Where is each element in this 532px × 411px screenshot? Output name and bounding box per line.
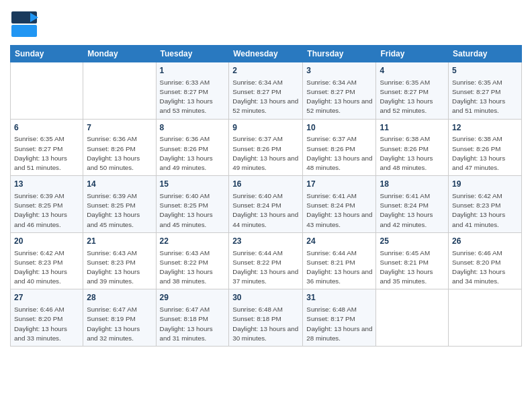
- day-number: 21: [87, 236, 152, 247]
- calendar-cell: 12Sunrise: 6:38 AM Sunset: 8:26 PM Dayli…: [449, 119, 522, 176]
- day-number: 13: [14, 179, 79, 190]
- page-header: [10, 7, 522, 40]
- calendar-cell: 24Sunrise: 6:44 AM Sunset: 8:21 PM Dayli…: [303, 232, 376, 289]
- cell-info: Sunrise: 6:33 AM Sunset: 8:27 PM Dayligh…: [160, 78, 226, 116]
- cell-info: Sunrise: 6:48 AM Sunset: 8:17 PM Dayligh…: [306, 305, 372, 343]
- calendar-cell: 19Sunrise: 6:42 AM Sunset: 8:23 PM Dayli…: [449, 176, 522, 233]
- day-number: 1: [160, 65, 226, 77]
- calendar-cell: 2Sunrise: 6:34 AM Sunset: 8:27 PM Daylig…: [229, 62, 303, 120]
- cell-info: Sunrise: 6:39 AM Sunset: 8:25 PM Dayligh…: [14, 191, 79, 230]
- weekday-header-row: SundayMondayTuesdayWednesdayThursdayFrid…: [11, 46, 522, 62]
- day-number: 16: [232, 179, 299, 190]
- calendar-cell: 30Sunrise: 6:48 AM Sunset: 8:18 PM Dayli…: [229, 289, 303, 347]
- calendar-cell: 28Sunrise: 6:47 AM Sunset: 8:19 PM Dayli…: [83, 289, 156, 347]
- day-number: 29: [160, 292, 226, 304]
- cell-info: Sunrise: 6:41 AM Sunset: 8:24 PM Dayligh…: [306, 191, 372, 230]
- cell-info: Sunrise: 6:47 AM Sunset: 8:19 PM Dayligh…: [87, 305, 152, 343]
- calendar-cell: [83, 62, 156, 120]
- cell-info: Sunrise: 6:37 AM Sunset: 8:26 PM Dayligh…: [306, 134, 372, 173]
- cell-info: Sunrise: 6:36 AM Sunset: 8:26 PM Dayligh…: [87, 134, 152, 173]
- calendar-cell: [11, 62, 83, 120]
- day-number: 20: [14, 236, 79, 247]
- calendar-cell: 14Sunrise: 6:39 AM Sunset: 8:25 PM Dayli…: [83, 176, 156, 233]
- calendar-cell: 15Sunrise: 6:40 AM Sunset: 8:25 PM Dayli…: [156, 176, 229, 233]
- calendar-cell: 20Sunrise: 6:42 AM Sunset: 8:23 PM Dayli…: [11, 232, 83, 289]
- cell-info: Sunrise: 6:43 AM Sunset: 8:22 PM Dayligh…: [160, 248, 226, 287]
- day-number: 2: [232, 65, 299, 77]
- day-number: 8: [160, 122, 226, 134]
- calendar-cell: 13Sunrise: 6:39 AM Sunset: 8:25 PM Dayli…: [11, 176, 83, 233]
- calendar-cell: 6Sunrise: 6:35 AM Sunset: 8:27 PM Daylig…: [11, 119, 83, 176]
- day-number: 14: [87, 179, 152, 190]
- day-number: 4: [380, 65, 445, 77]
- logo: [10, 10, 41, 40]
- day-number: 30: [232, 292, 299, 304]
- calendar-cell: 17Sunrise: 6:41 AM Sunset: 8:24 PM Dayli…: [303, 176, 376, 233]
- day-number: 11: [380, 122, 445, 134]
- day-number: 5: [452, 65, 518, 77]
- week-row-5: 27Sunrise: 6:46 AM Sunset: 8:20 PM Dayli…: [11, 289, 522, 347]
- calendar-cell: 16Sunrise: 6:40 AM Sunset: 8:24 PM Dayli…: [229, 176, 303, 233]
- day-number: 10: [306, 122, 372, 134]
- calendar-cell: 4Sunrise: 6:35 AM Sunset: 8:27 PM Daylig…: [376, 62, 449, 120]
- day-number: 24: [306, 236, 372, 247]
- calendar-cell: 26Sunrise: 6:46 AM Sunset: 8:20 PM Dayli…: [449, 232, 522, 289]
- weekday-header-saturday: Saturday: [449, 46, 522, 62]
- calendar-cell: 1Sunrise: 6:33 AM Sunset: 8:27 PM Daylig…: [156, 62, 229, 120]
- day-number: 12: [452, 122, 518, 134]
- day-number: 27: [14, 292, 79, 304]
- day-number: 18: [380, 179, 445, 190]
- cell-info: Sunrise: 6:35 AM Sunset: 8:27 PM Dayligh…: [452, 78, 518, 116]
- calendar-cell: 27Sunrise: 6:46 AM Sunset: 8:20 PM Dayli…: [11, 289, 83, 347]
- day-number: 26: [452, 236, 518, 247]
- week-row-4: 20Sunrise: 6:42 AM Sunset: 8:23 PM Dayli…: [11, 232, 522, 289]
- cell-info: Sunrise: 6:37 AM Sunset: 8:26 PM Dayligh…: [232, 134, 299, 173]
- calendar-cell: 10Sunrise: 6:37 AM Sunset: 8:26 PM Dayli…: [303, 119, 376, 176]
- cell-info: Sunrise: 6:44 AM Sunset: 8:21 PM Dayligh…: [306, 248, 372, 287]
- cell-info: Sunrise: 6:40 AM Sunset: 8:24 PM Dayligh…: [232, 191, 299, 230]
- cell-info: Sunrise: 6:38 AM Sunset: 8:26 PM Dayligh…: [380, 134, 445, 173]
- cell-info: Sunrise: 6:45 AM Sunset: 8:21 PM Dayligh…: [380, 248, 445, 287]
- day-number: 15: [160, 179, 226, 190]
- weekday-header-tuesday: Tuesday: [156, 46, 229, 62]
- calendar-cell: 11Sunrise: 6:38 AM Sunset: 8:26 PM Dayli…: [376, 119, 449, 176]
- calendar-cell: 22Sunrise: 6:43 AM Sunset: 8:22 PM Dayli…: [156, 232, 229, 289]
- calendar-cell: 5Sunrise: 6:35 AM Sunset: 8:27 PM Daylig…: [449, 62, 522, 120]
- day-number: 17: [306, 179, 372, 190]
- cell-info: Sunrise: 6:39 AM Sunset: 8:25 PM Dayligh…: [87, 191, 152, 230]
- calendar-cell: 3Sunrise: 6:34 AM Sunset: 8:27 PM Daylig…: [303, 62, 376, 120]
- day-number: 3: [306, 65, 372, 77]
- cell-info: Sunrise: 6:44 AM Sunset: 8:22 PM Dayligh…: [232, 248, 299, 287]
- cell-info: Sunrise: 6:48 AM Sunset: 8:18 PM Dayligh…: [232, 305, 299, 343]
- weekday-header-sunday: Sunday: [11, 46, 83, 62]
- day-number: 19: [452, 179, 518, 190]
- cell-info: Sunrise: 6:41 AM Sunset: 8:24 PM Dayligh…: [380, 191, 445, 230]
- day-number: 7: [87, 122, 152, 134]
- day-number: 31: [306, 292, 372, 304]
- cell-info: Sunrise: 6:47 AM Sunset: 8:18 PM Dayligh…: [160, 305, 226, 343]
- day-number: 9: [232, 122, 299, 134]
- week-row-1: 1Sunrise: 6:33 AM Sunset: 8:27 PM Daylig…: [11, 62, 522, 120]
- svg-rect-2: [11, 25, 37, 37]
- weekday-header-thursday: Thursday: [303, 46, 376, 62]
- cell-info: Sunrise: 6:40 AM Sunset: 8:25 PM Dayligh…: [160, 191, 226, 230]
- calendar-cell: 25Sunrise: 6:45 AM Sunset: 8:21 PM Dayli…: [376, 232, 449, 289]
- calendar-cell: 31Sunrise: 6:48 AM Sunset: 8:17 PM Dayli…: [303, 289, 376, 347]
- cell-info: Sunrise: 6:35 AM Sunset: 8:27 PM Dayligh…: [380, 78, 445, 116]
- cell-info: Sunrise: 6:42 AM Sunset: 8:23 PM Dayligh…: [452, 191, 518, 230]
- day-number: 6: [14, 122, 79, 134]
- cell-info: Sunrise: 6:36 AM Sunset: 8:26 PM Dayligh…: [160, 134, 226, 173]
- week-row-3: 13Sunrise: 6:39 AM Sunset: 8:25 PM Dayli…: [11, 176, 522, 233]
- calendar-cell: 9Sunrise: 6:37 AM Sunset: 8:26 PM Daylig…: [229, 119, 303, 176]
- cell-info: Sunrise: 6:38 AM Sunset: 8:26 PM Dayligh…: [452, 134, 518, 173]
- day-number: 28: [87, 292, 152, 304]
- cell-info: Sunrise: 6:42 AM Sunset: 8:23 PM Dayligh…: [14, 248, 79, 287]
- cell-info: Sunrise: 6:35 AM Sunset: 8:27 PM Dayligh…: [14, 134, 79, 173]
- day-number: 25: [380, 236, 445, 247]
- calendar-cell: 7Sunrise: 6:36 AM Sunset: 8:26 PM Daylig…: [83, 119, 156, 176]
- calendar-table: SundayMondayTuesdayWednesdayThursdayFrid…: [10, 45, 522, 347]
- week-row-2: 6Sunrise: 6:35 AM Sunset: 8:27 PM Daylig…: [11, 119, 522, 176]
- cell-info: Sunrise: 6:34 AM Sunset: 8:27 PM Dayligh…: [232, 78, 299, 116]
- cell-info: Sunrise: 6:46 AM Sunset: 8:20 PM Dayligh…: [452, 248, 518, 287]
- logo-icon: [10, 10, 40, 40]
